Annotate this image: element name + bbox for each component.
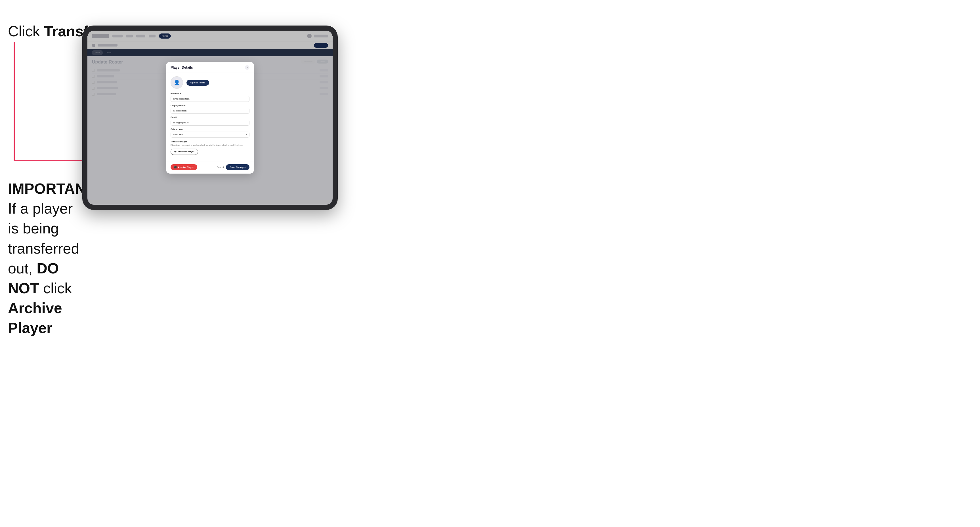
upload-photo-button[interactable]: Upload Photo bbox=[186, 80, 209, 86]
instruction-top-prefix: Click bbox=[8, 23, 44, 40]
instruction-bottom-end: click bbox=[39, 280, 72, 297]
transfer-icon: ⟳ bbox=[174, 150, 177, 153]
modal-overlay: Player Details × 👤 Upload Photo Full Nam bbox=[88, 31, 332, 205]
school-year-select[interactable]: First Year Second Year Third Year Fourth… bbox=[170, 132, 250, 138]
transfer-player-button[interactable]: ⟳ Transfer Player bbox=[170, 149, 198, 155]
save-changes-button[interactable]: Save Changes bbox=[226, 164, 250, 170]
instruction-important-label: IMPORTANT bbox=[8, 180, 94, 197]
email-input[interactable] bbox=[170, 120, 250, 125]
cancel-button[interactable]: Cancel bbox=[216, 166, 224, 168]
modal-title: Player Details bbox=[170, 65, 193, 70]
display-name-group: Display Name bbox=[170, 104, 250, 114]
full-name-label: Full Name bbox=[170, 92, 250, 95]
archive-player-button-label: Archive Player bbox=[178, 166, 194, 168]
user-icon: 👤 bbox=[174, 79, 180, 86]
school-year-group: School Year First Year Second Year Third… bbox=[170, 128, 250, 138]
modal-close-button[interactable]: × bbox=[245, 65, 250, 70]
full-name-group: Full Name bbox=[170, 92, 250, 102]
display-name-label: Display Name bbox=[170, 104, 250, 106]
transfer-player-section: Transfer Player If this player has moved… bbox=[170, 140, 250, 155]
instruction-bottom: IMPORTANT: If a player is being transfer… bbox=[8, 179, 88, 338]
transfer-section-description: If this player has moved to another scho… bbox=[170, 144, 250, 146]
arrow-vertical-line bbox=[14, 42, 15, 161]
player-details-modal: Player Details × 👤 Upload Photo Full Nam bbox=[166, 62, 254, 173]
transfer-player-button-label: Transfer Player bbox=[178, 150, 194, 153]
archive-icon: ⬛ bbox=[174, 166, 177, 168]
school-year-select-wrapper: First Year Second Year Third Year Fourth… bbox=[170, 131, 250, 138]
tablet-screen: Roster Roster Active Add Player bbox=[88, 31, 332, 205]
tablet-device: Roster Roster Active Add Player bbox=[82, 25, 338, 210]
email-label: Email bbox=[170, 116, 250, 119]
modal-footer: ⬛ Archive Player Cancel Save Changes bbox=[166, 161, 254, 174]
avatar-placeholder: 👤 bbox=[170, 76, 183, 89]
display-name-input[interactable] bbox=[170, 108, 250, 114]
footer-right: Cancel Save Changes bbox=[216, 164, 250, 170]
modal-body: 👤 Upload Photo Full Name Display Name bbox=[166, 73, 254, 161]
modal-header: Player Details × bbox=[166, 62, 254, 73]
photo-row: 👤 Upload Photo bbox=[170, 76, 250, 89]
email-group: Email bbox=[170, 116, 250, 125]
full-name-input[interactable] bbox=[170, 96, 250, 102]
instruction-archive-label: Archive Player bbox=[8, 300, 62, 336]
school-year-label: School Year bbox=[170, 128, 250, 130]
transfer-section-title: Transfer Player bbox=[170, 140, 250, 143]
archive-player-button[interactable]: ⬛ Archive Player bbox=[170, 164, 197, 170]
